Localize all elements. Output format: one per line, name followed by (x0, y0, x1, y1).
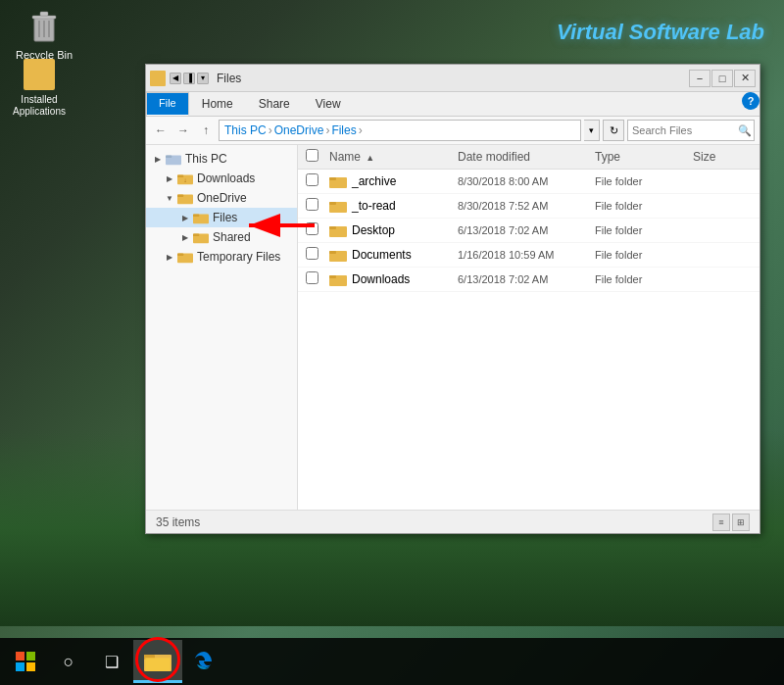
chevron-files: ▶ (179, 212, 191, 223)
title-bar-folder-icon (150, 71, 166, 86)
tab-home[interactable]: Home (189, 92, 246, 116)
row-type-0: File folder (595, 175, 693, 187)
folder-icon-onedrive (177, 191, 193, 205)
svg-rect-32 (26, 652, 35, 661)
large-icons-view-button[interactable]: ⊞ (732, 514, 750, 531)
breadcrumb-path[interactable]: This PC › OneDrive › Files › (219, 120, 581, 141)
header-type[interactable]: Type (595, 150, 693, 164)
folder-icon-downloads: ↓ (177, 171, 193, 185)
svg-rect-22 (329, 202, 336, 205)
row-folder-icon-4 (329, 271, 347, 287)
row-filename-3: Documents (352, 248, 412, 262)
taskbar: ○ ❑ (0, 638, 784, 685)
row-folder-icon-1 (329, 198, 347, 214)
row-date-4: 6/13/2018 7:02 AM (458, 273, 595, 285)
svg-rect-38 (145, 658, 171, 671)
breadcrumb-onedrive[interactable]: OneDrive (274, 123, 324, 137)
details-view-button[interactable]: ≡ (712, 514, 730, 531)
task-view-icon: ❑ (105, 653, 119, 671)
close-button[interactable]: ✕ (734, 70, 756, 87)
tree-item-onedrive[interactable]: ▼ OneDrive (146, 188, 297, 208)
red-arrow-annotation (241, 211, 319, 244)
search-input[interactable] (628, 124, 736, 136)
row-checkbox-1[interactable] (306, 198, 318, 211)
help-button[interactable]: ? (742, 92, 760, 110)
header-name[interactable]: Name ▲ (329, 150, 458, 164)
breadcrumb-sep-1: › (269, 123, 272, 137)
tab-share[interactable]: Share (246, 92, 303, 116)
installed-applications[interactable]: Installed Applications (10, 59, 69, 118)
address-dropdown[interactable]: ▾ (584, 120, 600, 141)
file-row[interactable]: _archive 8/30/2018 8:00 AM File folder (298, 170, 760, 194)
svg-rect-28 (329, 275, 336, 278)
refresh-button[interactable]: ↻ (603, 120, 624, 141)
tree-item-downloads[interactable]: ▶ ↓ Downloads (146, 169, 297, 188)
header-date[interactable]: Date modified (458, 150, 595, 164)
row-filename-1: _to-read (352, 199, 396, 213)
tree-label-this-pc: This PC (185, 152, 227, 166)
row-folder-icon-0 (329, 173, 347, 189)
title-bar: ◀ ▐ ▾ Files − □ ✕ (146, 65, 760, 92)
file-row[interactable]: Desktop 6/13/2018 7:02 AM File folder (298, 219, 760, 243)
edge-icon (192, 650, 216, 673)
breadcrumb-sep-3: › (359, 123, 363, 137)
taskbar-search-button[interactable]: ○ (47, 640, 90, 683)
row-checkbox-4[interactable] (306, 271, 318, 284)
folder-icon-this-pc (166, 152, 181, 166)
sort-arrow: ▲ (366, 153, 374, 163)
row-type-3: File folder (595, 249, 693, 261)
row-checkbox-0[interactable] (306, 173, 318, 186)
breadcrumb-this-pc[interactable]: This PC (224, 123, 267, 137)
forward-button[interactable]: → (173, 121, 193, 140)
view-buttons: ≡ ⊞ (712, 514, 750, 531)
svg-rect-2 (40, 12, 48, 16)
row-check-0 (306, 173, 329, 189)
folder-icon-shared (193, 230, 209, 244)
file-row[interactable]: Downloads 6/13/2018 7:02 AM File folder (298, 268, 760, 292)
back-button[interactable]: ← (151, 121, 171, 140)
ribbon-tabs: File Home Share View ? (146, 92, 760, 117)
svg-rect-16 (193, 233, 199, 236)
tab-file[interactable]: File (146, 92, 189, 116)
up-button[interactable]: ↑ (196, 121, 216, 140)
taskbar-folder-icon (144, 649, 172, 672)
svg-rect-1 (32, 16, 56, 19)
search-icon[interactable]: 🔍 (736, 121, 754, 140)
svg-rect-12 (177, 194, 183, 197)
task-view-button[interactable]: ❑ (90, 640, 133, 683)
desktop: Virtual Software Lab Recycle Bin Install… (0, 0, 784, 685)
svg-rect-34 (26, 662, 35, 671)
header-check (306, 149, 329, 165)
file-row[interactable]: _to-read 8/30/2018 7:52 AM File folder (298, 194, 760, 219)
file-row[interactable]: Documents 1/16/2018 10:59 AM File folder (298, 243, 760, 268)
tab-view[interactable]: View (303, 92, 354, 116)
maximize-button[interactable]: □ (711, 70, 733, 87)
minimize-button[interactable]: − (689, 70, 710, 87)
title-bar-controls: − □ ✕ (689, 70, 756, 87)
row-checkbox-3[interactable] (306, 247, 318, 260)
breadcrumb-files[interactable]: Files (331, 123, 356, 137)
nav-tree: ▶ This PC ▶ ↓ Downloads (146, 145, 298, 510)
row-check-4 (306, 271, 329, 287)
row-filename-4: Downloads (352, 272, 410, 286)
chevron-shared: ▶ (179, 231, 191, 243)
tree-item-temp-files[interactable]: ▶ Temporary Files (146, 247, 297, 267)
search-box: 🔍 (627, 120, 755, 141)
header-size[interactable]: Size (693, 150, 752, 164)
start-button[interactable] (4, 640, 47, 683)
installed-apps-icon (24, 59, 55, 90)
window-title: Files (217, 72, 241, 85)
content-area: ▶ This PC ▶ ↓ Downloads (146, 145, 760, 510)
file-list-header: Name ▲ Date modified Type Size (298, 145, 760, 170)
tree-label-files: Files (213, 211, 237, 224)
chevron-downloads: ▶ (164, 172, 175, 184)
select-all-checkbox[interactable] (306, 149, 318, 162)
taskbar-edge-button[interactable] (182, 640, 225, 683)
row-type-2: File folder (595, 224, 693, 236)
row-name-2: Desktop (329, 222, 458, 238)
chevron-onedrive: ▼ (164, 192, 175, 204)
tree-item-this-pc[interactable]: ▶ This PC (146, 149, 297, 169)
taskbar-file-explorer-button[interactable] (133, 640, 182, 683)
recycle-bin[interactable]: Recycle Bin (15, 10, 74, 61)
tree-label-temp-files: Temporary Files (197, 250, 280, 264)
